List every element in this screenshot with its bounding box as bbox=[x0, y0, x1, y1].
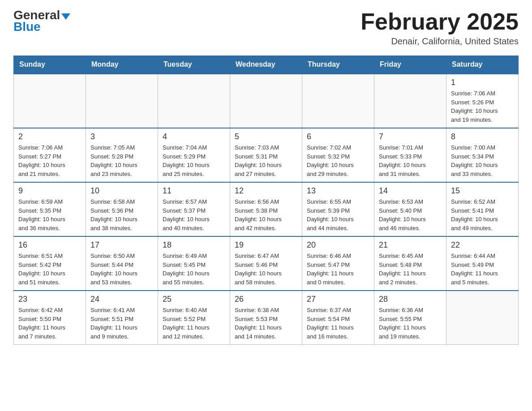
day-info: Sunrise: 7:02 AM Sunset: 5:32 PM Dayligh… bbox=[307, 143, 369, 178]
day-number: 21 bbox=[379, 240, 442, 250]
calendar-cell: 7Sunrise: 7:01 AM Sunset: 5:33 PM Daylig… bbox=[374, 128, 446, 182]
calendar-cell: 25Sunrise: 6:40 AM Sunset: 5:52 PM Dayli… bbox=[158, 291, 230, 345]
day-number: 5 bbox=[235, 132, 297, 141]
page-header: General Blue February 2025 Denair, Calif… bbox=[13, 9, 519, 47]
calendar-week-row: 16Sunrise: 6:51 AM Sunset: 5:42 PM Dayli… bbox=[14, 236, 519, 291]
calendar-cell bbox=[302, 74, 374, 128]
day-info: Sunrise: 7:03 AM Sunset: 5:31 PM Dayligh… bbox=[235, 143, 297, 178]
day-number: 11 bbox=[163, 186, 225, 196]
day-info: Sunrise: 6:38 AM Sunset: 5:53 PM Dayligh… bbox=[235, 306, 297, 341]
day-number: 18 bbox=[163, 240, 225, 250]
day-number: 6 bbox=[307, 132, 369, 141]
calendar-cell: 20Sunrise: 6:46 AM Sunset: 5:47 PM Dayli… bbox=[302, 236, 374, 291]
day-number: 10 bbox=[90, 186, 153, 196]
calendar-cell: 13Sunrise: 6:55 AM Sunset: 5:39 PM Dayli… bbox=[302, 182, 374, 236]
calendar-cell: 6Sunrise: 7:02 AM Sunset: 5:32 PM Daylig… bbox=[302, 128, 374, 182]
day-number: 8 bbox=[451, 132, 514, 141]
calendar-header-row: SundayMondayTuesdayWednesdayThursdayFrid… bbox=[14, 56, 519, 74]
weekday-header-friday: Friday bbox=[374, 56, 446, 74]
calendar-cell: 5Sunrise: 7:03 AM Sunset: 5:31 PM Daylig… bbox=[230, 128, 302, 182]
calendar-week-row: 23Sunrise: 6:42 AM Sunset: 5:50 PM Dayli… bbox=[14, 291, 519, 345]
day-info: Sunrise: 6:44 AM Sunset: 5:49 PM Dayligh… bbox=[451, 252, 514, 287]
calendar-cell: 23Sunrise: 6:42 AM Sunset: 5:50 PM Dayli… bbox=[14, 291, 86, 345]
calendar-cell: 8Sunrise: 7:00 AM Sunset: 5:34 PM Daylig… bbox=[446, 128, 519, 182]
day-number: 15 bbox=[451, 186, 514, 196]
calendar-cell: 4Sunrise: 7:04 AM Sunset: 5:29 PM Daylig… bbox=[158, 128, 230, 182]
day-info: Sunrise: 6:45 AM Sunset: 5:48 PM Dayligh… bbox=[379, 252, 442, 287]
calendar-cell: 15Sunrise: 6:52 AM Sunset: 5:41 PM Dayli… bbox=[446, 182, 519, 236]
calendar-cell bbox=[374, 74, 446, 128]
title-block: February 2025 Denair, California, United… bbox=[360, 9, 519, 47]
calendar-week-row: 9Sunrise: 6:59 AM Sunset: 5:35 PM Daylig… bbox=[14, 182, 519, 236]
calendar-cell bbox=[14, 74, 86, 128]
day-info: Sunrise: 6:41 AM Sunset: 5:51 PM Dayligh… bbox=[90, 306, 153, 341]
day-number: 1 bbox=[451, 78, 514, 87]
calendar-cell: 9Sunrise: 6:59 AM Sunset: 5:35 PM Daylig… bbox=[14, 182, 86, 236]
day-info: Sunrise: 6:56 AM Sunset: 5:38 PM Dayligh… bbox=[235, 197, 297, 232]
calendar-week-row: 2Sunrise: 7:06 AM Sunset: 5:27 PM Daylig… bbox=[14, 128, 519, 182]
day-number: 9 bbox=[18, 186, 81, 196]
calendar-cell: 17Sunrise: 6:50 AM Sunset: 5:44 PM Dayli… bbox=[86, 236, 158, 291]
calendar-cell: 16Sunrise: 6:51 AM Sunset: 5:42 PM Dayli… bbox=[14, 236, 86, 291]
day-number: 4 bbox=[163, 132, 225, 141]
day-number: 28 bbox=[379, 295, 442, 304]
weekday-header-saturday: Saturday bbox=[446, 56, 519, 74]
day-number: 19 bbox=[235, 240, 297, 250]
day-info: Sunrise: 7:01 AM Sunset: 5:33 PM Dayligh… bbox=[379, 143, 442, 178]
day-number: 16 bbox=[18, 240, 81, 250]
logo-text-blue: Blue bbox=[13, 20, 41, 34]
day-number: 17 bbox=[90, 240, 153, 250]
day-info: Sunrise: 6:59 AM Sunset: 5:35 PM Dayligh… bbox=[18, 197, 81, 232]
logo-arrow-icon bbox=[61, 13, 70, 20]
day-info: Sunrise: 6:37 AM Sunset: 5:54 PM Dayligh… bbox=[307, 306, 369, 341]
calendar-cell: 3Sunrise: 7:05 AM Sunset: 5:28 PM Daylig… bbox=[86, 128, 158, 182]
calendar-cell bbox=[446, 291, 519, 345]
calendar-cell: 21Sunrise: 6:45 AM Sunset: 5:48 PM Dayli… bbox=[374, 236, 446, 291]
calendar-cell: 1Sunrise: 7:06 AM Sunset: 5:26 PM Daylig… bbox=[446, 74, 519, 128]
day-number: 27 bbox=[307, 295, 369, 304]
calendar-cell: 22Sunrise: 6:44 AM Sunset: 5:49 PM Dayli… bbox=[446, 236, 519, 291]
calendar-cell bbox=[86, 74, 158, 128]
calendar-cell: 19Sunrise: 6:47 AM Sunset: 5:46 PM Dayli… bbox=[230, 236, 302, 291]
day-number: 26 bbox=[235, 295, 297, 304]
day-number: 2 bbox=[18, 132, 81, 141]
day-info: Sunrise: 7:04 AM Sunset: 5:29 PM Dayligh… bbox=[163, 143, 225, 178]
day-number: 3 bbox=[90, 132, 153, 141]
day-info: Sunrise: 6:36 AM Sunset: 5:55 PM Dayligh… bbox=[379, 306, 442, 341]
calendar-cell: 18Sunrise: 6:49 AM Sunset: 5:45 PM Dayli… bbox=[158, 236, 230, 291]
weekday-header-wednesday: Wednesday bbox=[230, 56, 302, 74]
day-number: 20 bbox=[307, 240, 369, 250]
day-info: Sunrise: 6:46 AM Sunset: 5:47 PM Dayligh… bbox=[307, 252, 369, 287]
day-info: Sunrise: 7:05 AM Sunset: 5:28 PM Dayligh… bbox=[90, 143, 153, 178]
day-info: Sunrise: 6:49 AM Sunset: 5:45 PM Dayligh… bbox=[163, 252, 225, 287]
day-number: 7 bbox=[379, 132, 442, 141]
weekday-header-monday: Monday bbox=[86, 56, 158, 74]
calendar-cell: 2Sunrise: 7:06 AM Sunset: 5:27 PM Daylig… bbox=[14, 128, 86, 182]
day-number: 24 bbox=[90, 295, 153, 304]
day-info: Sunrise: 6:57 AM Sunset: 5:37 PM Dayligh… bbox=[163, 197, 225, 232]
weekday-header-sunday: Sunday bbox=[14, 56, 86, 74]
calendar-cell bbox=[230, 74, 302, 128]
calendar-cell: 24Sunrise: 6:41 AM Sunset: 5:51 PM Dayli… bbox=[86, 291, 158, 345]
calendar-cell: 11Sunrise: 6:57 AM Sunset: 5:37 PM Dayli… bbox=[158, 182, 230, 236]
day-number: 13 bbox=[307, 186, 369, 196]
day-info: Sunrise: 6:40 AM Sunset: 5:52 PM Dayligh… bbox=[163, 306, 225, 341]
day-number: 22 bbox=[451, 240, 514, 250]
day-number: 23 bbox=[18, 295, 81, 304]
weekday-header-tuesday: Tuesday bbox=[158, 56, 230, 74]
day-number: 25 bbox=[163, 295, 225, 304]
day-info: Sunrise: 6:52 AM Sunset: 5:41 PM Dayligh… bbox=[451, 197, 514, 232]
day-info: Sunrise: 7:06 AM Sunset: 5:26 PM Dayligh… bbox=[451, 89, 514, 124]
weekday-header-thursday: Thursday bbox=[302, 56, 374, 74]
calendar-cell: 26Sunrise: 6:38 AM Sunset: 5:53 PM Dayli… bbox=[230, 291, 302, 345]
calendar-cell: 10Sunrise: 6:58 AM Sunset: 5:36 PM Dayli… bbox=[86, 182, 158, 236]
logo: General Blue bbox=[13, 9, 70, 34]
day-info: Sunrise: 6:47 AM Sunset: 5:46 PM Dayligh… bbox=[235, 252, 297, 287]
day-info: Sunrise: 6:53 AM Sunset: 5:40 PM Dayligh… bbox=[379, 197, 442, 232]
day-number: 14 bbox=[379, 186, 442, 196]
month-year-title: February 2025 bbox=[360, 9, 519, 34]
calendar-cell: 14Sunrise: 6:53 AM Sunset: 5:40 PM Dayli… bbox=[374, 182, 446, 236]
day-number: 12 bbox=[235, 186, 297, 196]
location-text: Denair, California, United States bbox=[360, 36, 519, 47]
calendar-cell: 12Sunrise: 6:56 AM Sunset: 5:38 PM Dayli… bbox=[230, 182, 302, 236]
